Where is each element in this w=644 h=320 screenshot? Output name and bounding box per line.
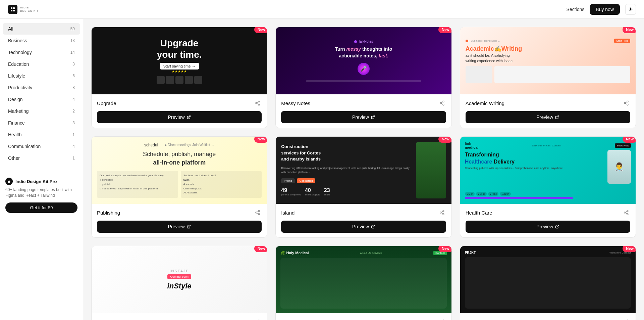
sections-link[interactable]: Sections	[567, 7, 585, 12]
sidebar-item-education[interactable]: Education 3	[3, 58, 80, 70]
card-info: Holy Medical	[281, 318, 446, 320]
share-button[interactable]	[254, 318, 262, 320]
svg-line-15	[441, 102, 443, 103]
card-title: Publishing	[97, 210, 120, 216]
card-footer: Island Preview	[276, 204, 451, 237]
pro-title: Indie Design Kit Pro	[15, 179, 57, 184]
sidebar-item-count: 1	[72, 156, 75, 161]
card-info: Academic Writing	[466, 99, 630, 107]
svg-point-12	[440, 102, 441, 104]
card-bottom1: INSTAJE Coming Soon inStyle New InStyle …	[91, 246, 267, 320]
preview-button[interactable]: Preview	[97, 221, 262, 233]
card-messy-notes: TalkNotes Turn messy thoughts intoaction…	[275, 27, 451, 128]
logo-tagline: DESIGN KIT	[20, 9, 39, 13]
sidebar-item-all[interactable]: All 59	[3, 23, 80, 35]
sidebar-item-count: 1	[72, 132, 75, 137]
buy-button[interactable]: Buy now	[590, 4, 620, 15]
svg-line-27	[257, 211, 259, 212]
card-footer: InStyle Preview	[92, 313, 267, 320]
sidebar-item-label: Other	[8, 155, 20, 161]
card-footer: Upgrade Preview	[92, 94, 267, 128]
svg-marker-4	[7, 180, 11, 183]
card-healthcare: linkmedical Services Pricing Contact Boo…	[460, 136, 636, 238]
card-footer: Messy Notes Preview	[276, 94, 451, 128]
share-button[interactable]	[438, 318, 446, 320]
sidebar-item-label: Design	[8, 97, 23, 102]
new-badge: New	[254, 246, 267, 252]
sidebar-item-label: Education	[8, 61, 29, 67]
new-badge: New	[254, 137, 267, 143]
share-button[interactable]	[254, 99, 262, 107]
pro-icon	[5, 178, 13, 185]
card-title: Island	[281, 210, 294, 216]
card-thumbnail: 🌿 Holy Medical About Us Services Contact…	[276, 246, 451, 313]
card-thumbnail: schedul ● Direct meetings Join Waitlist …	[92, 137, 267, 204]
share-button[interactable]	[438, 209, 446, 217]
svg-line-32	[441, 213, 443, 214]
svg-point-19	[627, 104, 628, 105]
main-content: Upgradeyour time. Start saving time → ★★…	[83, 19, 644, 320]
pro-promo-box: Indie Design Kit Pro 60+ landing page te…	[0, 172, 83, 218]
sidebar-item-label: Business	[8, 38, 27, 43]
card-bottom2: 🌿 Holy Medical About Us Services Contact…	[275, 246, 451, 320]
sidebar-item-health[interactable]: Health 1	[3, 129, 80, 140]
layout: All 59 Business 13 Technology 14 Educati…	[0, 19, 644, 320]
preview-button[interactable]: Preview	[97, 111, 262, 123]
new-badge: New	[438, 27, 451, 33]
sidebar-item-label: Marketing	[8, 108, 29, 114]
sidebar-item-communication[interactable]: Communication 4	[3, 141, 80, 152]
card-info: Island	[281, 209, 446, 217]
card-island: Constructionservices for Cortesand nearb…	[275, 136, 451, 238]
svg-point-31	[443, 214, 444, 215]
new-badge: New	[254, 27, 267, 33]
svg-line-39	[626, 211, 627, 212]
sidebar-item-label: Lifestyle	[8, 73, 25, 79]
preview-button[interactable]: Preview	[281, 111, 446, 123]
logo-area: indie DESIGN KIT	[8, 5, 39, 14]
sidebar-item-finance[interactable]: Finance 3	[3, 117, 80, 129]
sidebar-item-label: Health	[8, 132, 21, 137]
preview-button[interactable]: Preview	[466, 221, 630, 233]
share-button[interactable]	[622, 209, 630, 217]
share-button[interactable]	[622, 318, 630, 320]
sidebar-item-productivity[interactable]: Productivity 8	[3, 82, 80, 93]
svg-point-18	[624, 102, 626, 104]
theme-toggle-button[interactable]: ☀	[625, 4, 636, 15]
sidebar-item-other[interactable]: Other 1	[3, 152, 80, 164]
svg-point-25	[258, 214, 260, 215]
card-title: Health Care	[466, 210, 492, 216]
share-button[interactable]	[622, 99, 630, 107]
svg-point-13	[443, 104, 444, 105]
share-button[interactable]	[254, 209, 262, 217]
svg-line-34	[373, 225, 375, 227]
svg-line-20	[626, 103, 627, 104]
preview-button[interactable]: Preview	[466, 111, 630, 123]
svg-point-37	[627, 214, 628, 215]
new-badge: New	[623, 27, 636, 33]
sidebar-item-label: Communication	[8, 144, 41, 149]
card-footer: Health Care Preview	[460, 204, 636, 237]
preview-button[interactable]: Preview	[281, 221, 446, 233]
sidebar-item-technology[interactable]: Technology 14	[3, 47, 80, 58]
card-thumbnail: linkmedical Services Pricing Contact Boo…	[460, 137, 636, 204]
card-info: InStyle	[97, 318, 262, 320]
logo-icon	[8, 5, 17, 14]
sidebar-item-marketing[interactable]: Marketing 2	[3, 105, 80, 117]
sidebar-item-count: 8	[72, 85, 75, 90]
share-button[interactable]	[438, 99, 446, 107]
svg-point-6	[256, 102, 257, 104]
sidebar-item-count: 13	[70, 38, 75, 43]
svg-point-17	[627, 101, 628, 102]
sidebar-item-business[interactable]: Business 13	[3, 35, 80, 46]
card-thumbnail: PRJKT Work Info Contact New	[460, 246, 636, 313]
sidebar-item-design[interactable]: Design 4	[3, 94, 80, 105]
sidebar-item-lifestyle[interactable]: Lifestyle 6	[3, 70, 80, 82]
pro-cta-button[interactable]: Get it for $9	[5, 202, 77, 213]
svg-line-10	[189, 116, 191, 118]
svg-line-26	[257, 213, 259, 214]
cards-grid: Upgradeyour time. Start saving time → ★★…	[91, 27, 636, 320]
sidebar: All 59 Business 13 Technology 14 Educati…	[0, 19, 83, 320]
card-publishing: schedul ● Direct meetings Join Waitlist …	[91, 136, 267, 238]
header: indie DESIGN KIT Sections Buy now ☀	[0, 0, 644, 19]
svg-point-35	[627, 210, 628, 212]
